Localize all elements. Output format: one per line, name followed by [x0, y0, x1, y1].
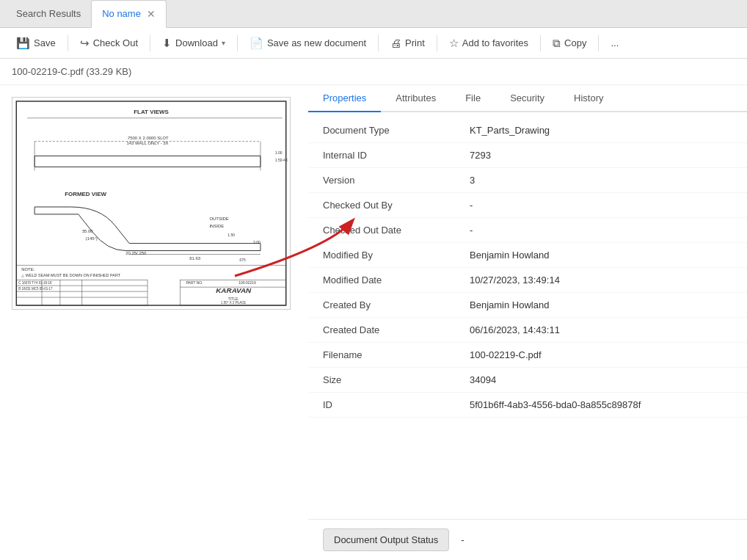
- add-to-favorites-button[interactable]: ☆ Add to favorites: [442, 33, 536, 54]
- properties-panel: Properties Attributes File Security Hist…: [308, 85, 747, 560]
- separator-4: [378, 35, 379, 51]
- prop-label-0: Document Type: [323, 125, 470, 136]
- document-output-row: Document Output Status -: [308, 519, 747, 560]
- prop-label-6: Modified Date: [323, 274, 470, 286]
- prop-label-5: Modified By: [323, 250, 470, 261]
- prop-label-8: Created Date: [323, 324, 470, 335]
- svg-text:.075: .075: [238, 258, 246, 262]
- svg-text:1.50-4X: 1.50-4X: [275, 159, 288, 162]
- prop-label-10: Size: [323, 374, 470, 385]
- tab-no-name[interactable]: No name ✕: [91, 0, 167, 28]
- svg-text:61.63: 61.63: [189, 256, 201, 261]
- property-row: Created By Benjamin Howland: [308, 293, 747, 318]
- tab-search-results-label: Search Results: [16, 8, 81, 19]
- property-row: Internal ID 7293: [308, 143, 747, 168]
- file-header: 100-02219-C.pdf (33.29 KB): [0, 59, 747, 85]
- prop-label-3: Checked Out By: [323, 200, 470, 211]
- separator-1: [68, 35, 68, 51]
- prop-label-11: ID: [323, 399, 470, 410]
- svg-text:FLAT VIEWS: FLAT VIEWS: [134, 109, 168, 115]
- save-button[interactable]: 💾 Save: [9, 33, 63, 54]
- star-icon: ☆: [449, 37, 459, 50]
- property-row: Created Date 06/16/2023, 14:43:11: [308, 318, 747, 343]
- preview-panel: FLAT VIEWS .7500 X 2.0000 SLOT 143 WALL …: [0, 85, 308, 560]
- property-row: Version 3: [308, 168, 747, 193]
- copy-label: Copy: [564, 37, 586, 48]
- svg-text:20.25/.250: 20.25/.250: [125, 251, 147, 255]
- prop-value-3: -: [470, 200, 473, 211]
- property-row: Size 34094: [308, 368, 747, 393]
- prop-value-9: 100-02219-C.pdf: [470, 349, 542, 360]
- save-as-label: Save as new document: [267, 37, 366, 48]
- svg-text:143 WALL ONLY - 3X: 143 WALL ONLY - 3X: [126, 141, 168, 145]
- prop-label-7: Created By: [323, 299, 470, 310]
- separator-5: [437, 35, 437, 51]
- svg-text:1.50: 1.50: [227, 233, 235, 237]
- svg-text:(145°): (145°): [86, 236, 98, 241]
- svg-text:B 16031 MC5 05-01-17: B 16031 MC5 05-01-17: [18, 287, 53, 291]
- svg-text:1.00: 1.00: [275, 151, 283, 155]
- property-row: Filename 100-02219-C.pdf: [308, 343, 747, 368]
- tab-file[interactable]: File: [451, 85, 495, 112]
- svg-text:△ WELD SEAM MUST BE DOWN ON FI: △ WELD SEAM MUST BE DOWN ON FINISHED PAR…: [21, 273, 121, 277]
- prop-value-0: KT_Parts_Drawing: [470, 125, 550, 136]
- document-output-value: -: [461, 534, 464, 545]
- separator-7: [598, 35, 599, 51]
- add-to-favorites-label: Add to favorites: [462, 37, 528, 48]
- prop-value-1: 7293: [470, 150, 491, 161]
- tab-close-icon[interactable]: ✕: [147, 8, 156, 20]
- svg-text:C 16070 TY4 01-18-18: C 16070 TY4 01-18-18: [18, 281, 52, 285]
- inner-tabs: Properties Attributes File Security Hist…: [308, 85, 747, 112]
- prop-value-2: 3: [470, 175, 475, 186]
- prop-label-9: Filename: [323, 349, 470, 360]
- svg-text:100-02219: 100-02219: [238, 281, 256, 285]
- property-row: Modified By Benjamin Howland: [308, 243, 747, 268]
- prop-value-11: 5f01b6ff-4ab3-4556-bda0-8a855c89878f: [470, 399, 641, 410]
- more-label: ...: [611, 37, 619, 48]
- check-out-button[interactable]: ↪ Check Out: [73, 33, 145, 54]
- checkout-label: Check Out: [93, 37, 138, 48]
- tab-properties[interactable]: Properties: [308, 85, 381, 112]
- save-icon: 💾: [16, 37, 30, 50]
- property-row: Checked Out Date -: [308, 218, 747, 243]
- top-tab-bar: Search Results No name ✕: [0, 0, 747, 28]
- tab-history[interactable]: History: [559, 85, 618, 112]
- print-label: Print: [405, 37, 425, 48]
- save-label: Save: [34, 37, 56, 48]
- svg-text:.7500 X 2.0000 SLOT: .7500 X 2.0000 SLOT: [126, 136, 169, 140]
- svg-text:3.00: 3.00: [253, 241, 260, 244]
- download-button[interactable]: ⬇ Download ▾: [155, 33, 233, 54]
- separator-2: [150, 35, 150, 51]
- prop-label-4: Checked Out Date: [323, 225, 470, 236]
- save-as-icon: 📄: [249, 37, 263, 50]
- tab-no-name-label: No name: [102, 8, 141, 19]
- tab-attributes[interactable]: Attributes: [381, 85, 451, 112]
- prop-value-7: Benjamin Howland: [470, 299, 549, 310]
- more-button[interactable]: ...: [603, 34, 626, 52]
- properties-table: Document Type KT_Parts_Drawing Internal …: [308, 112, 747, 519]
- property-row: Modified Date 10/27/2023, 13:49:14: [308, 268, 747, 293]
- prop-value-8: 06/16/2023, 14:43:11: [470, 324, 560, 335]
- svg-text:1.50° X 2 PLACE: 1.50° X 2 PLACE: [221, 301, 246, 305]
- save-as-new-button[interactable]: 📄 Save as new document: [242, 33, 374, 54]
- copy-icon: ⧉: [553, 37, 561, 50]
- prop-value-6: 10/27/2023, 13:49:14: [470, 274, 560, 286]
- copy-button[interactable]: ⧉ Copy: [545, 33, 594, 54]
- download-dropdown-arrow: ▾: [222, 39, 225, 47]
- content-row: FLAT VIEWS .7500 X 2.0000 SLOT 143 WALL …: [0, 85, 747, 560]
- print-icon: 🖨: [390, 37, 401, 49]
- tab-search-results[interactable]: Search Results: [6, 0, 91, 28]
- document-output-status-button[interactable]: Document Output Status: [323, 528, 449, 551]
- prop-value-10: 34094: [470, 374, 496, 385]
- document-preview[interactable]: FLAT VIEWS .7500 X 2.0000 SLOT 143 WALL …: [12, 97, 291, 310]
- property-row: Checked Out By -: [308, 193, 747, 218]
- separator-6: [540, 35, 541, 51]
- file-name: 100-02219-C.pdf: [12, 66, 84, 77]
- prop-value-5: Benjamin Howland: [470, 250, 549, 261]
- print-button[interactable]: 🖨 Print: [383, 33, 432, 53]
- svg-text:PART NO.: PART NO.: [186, 281, 203, 285]
- property-row: ID 5f01b6ff-4ab3-4556-bda0-8a855c89878f: [308, 393, 747, 418]
- tab-security[interactable]: Security: [495, 85, 559, 112]
- download-label: Download: [175, 37, 218, 48]
- svg-text:35.00: 35.00: [82, 229, 94, 233]
